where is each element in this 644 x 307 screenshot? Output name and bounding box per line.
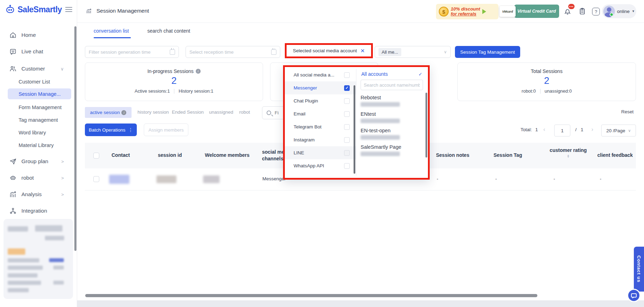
sidebar-item-form-management[interactable]: Form Management [0,102,74,113]
sidebar-item-robot[interactable]: robot > [0,173,74,183]
account-item-en-test-open[interactable]: EN-test-open [361,128,423,140]
checkbox[interactable] [344,111,350,117]
calendar-icon [170,49,175,55]
account-name: EN-test-open [361,128,423,133]
row-checkbox[interactable] [93,176,99,182]
session-tag-management-button[interactable]: Session Tag Management [455,46,520,58]
batch-operations-button[interactable]: Batch Operations ⋮ [85,124,137,136]
checkbox[interactable] [344,72,350,78]
online-status-label: online [617,9,630,14]
customer-icon [9,65,17,73]
sidebar-item-analysis[interactable]: Analysis > [0,189,74,200]
tab-robot[interactable]: robot [239,109,250,115]
referral-promo-banner[interactable]: $ 10% discount for referrals [436,4,498,19]
sidebar-subitem-label: Tag management [19,117,58,123]
sidebar-item-session-management[interactable]: Session Manage... [8,88,71,99]
sidebar-item-home[interactable]: Home [0,30,74,40]
sidebar-scrollbar[interactable] [74,26,76,251]
redacted-session-id [156,175,176,183]
tab-history-session[interactable]: history session [137,109,169,115]
horizontal-scrollbar[interactable] [85,294,537,297]
tab-unassigned[interactable]: unassigned [209,109,233,115]
calendar-icon [271,49,276,55]
account-item-salesmartly-page[interactable]: SaleSmartly Page [361,144,423,156]
account-list-scrollbar[interactable] [425,93,427,158]
channel-label: Email [294,111,341,116]
redacted-account-id [361,152,400,156]
pagination-next-icon[interactable]: › [591,126,593,133]
check-icon: ✓ [418,72,422,77]
tab-active-session[interactable]: active session i [85,107,132,118]
pagination-prev-icon[interactable]: ‹ [543,126,545,133]
robot-icon [9,174,17,182]
channel-item-email[interactable]: Email [285,107,356,120]
checkbox[interactable] [344,150,350,156]
help-icon[interactable]: ? [592,8,600,15]
sidebar-item-group-plan[interactable]: Group plan > [0,156,74,167]
contact-us-chat-icon[interactable] [627,289,640,302]
sidebar-collapse-icon[interactable] [65,6,72,11]
divider [174,89,174,94]
tab-search-chat-content[interactable]: search chat content [147,28,190,34]
account-name: ENtest [361,111,423,117]
channel-label: WhatsApp API [294,163,341,168]
sidebar-item-word-library[interactable]: Word library [0,127,74,138]
pagination-current-page[interactable]: 1 [554,125,570,136]
pagination-total: Total: 1 [521,127,538,132]
channel-item-all[interactable]: All social media a... [285,68,356,81]
logo-text: SaleSmartly [18,5,62,14]
info-icon[interactable]: i [196,69,201,74]
salesmartly-robot-logo-icon [5,4,15,15]
checkbox[interactable] [344,137,350,143]
channel-list-scrollbar[interactable] [354,85,355,174]
reception-time-input[interactable] [189,49,268,55]
logo[interactable]: SaleSmartly [5,4,62,15]
channel-item-instagram[interactable]: Instagram [285,133,356,146]
account-item-entest[interactable]: ENtest [361,111,423,123]
sidebar-item-integration[interactable]: Integration [0,206,74,216]
tab-conversation-list[interactable]: conversation list [94,28,129,34]
virtual-credit-card-button[interactable]: Virtual Credit Card [514,5,559,18]
channel-item-whatsapp-api[interactable]: WhatsApp API [285,159,356,172]
account-search-input[interactable] [361,80,423,90]
close-icon[interactable]: ✕ [360,48,365,54]
page-title: Session Management [86,8,149,14]
checkbox[interactable] [344,163,350,169]
sidebar-item-customer-list[interactable]: Customer List [0,76,74,87]
col-customer-rating[interactable]: customer rating ▲▼ [549,147,588,158]
user-menu[interactable]: online ▼ [602,4,636,18]
contact-us-button[interactable]: Contact us [634,247,644,292]
checkbox[interactable] [344,124,350,130]
select-all-checkbox[interactable] [93,153,99,159]
sidebar-item-live-chat[interactable]: Live chat [0,46,74,57]
channel-item-chat-plugin[interactable]: Chat Plugin [285,94,356,107]
sidebar: SaleSmartly Home Live chat Customer ∨ Cu… [0,0,77,307]
member-filter-select[interactable]: All me... ∨ [375,46,451,58]
pagination-separator: / 1 [575,127,583,132]
sidebar-item-tag-management[interactable]: Tag management [0,114,74,125]
sidebar-item-customer[interactable]: Customer ∨ [0,64,74,74]
selected-social-media-chip[interactable]: Selected social media account [293,48,357,53]
tab-ended-session[interactable]: Ended Session [172,109,204,115]
channel-item-telegram-bot[interactable]: Telegram Bot [285,120,356,133]
sort-icon[interactable]: ▲▼ [549,154,588,158]
session-management-icon [86,8,94,14]
channel-label: Messenger [294,85,341,91]
channel-item-messenger[interactable]: Messenger [285,81,356,94]
robot-count: robot:0 [522,88,536,94]
checkbox[interactable] [344,98,350,104]
generation-time-input[interactable] [89,49,167,55]
account-item-rebotest[interactable]: Rebotest [361,95,423,107]
all-accounts-label: All accounts [361,71,388,77]
reset-button[interactable]: Reset [621,109,633,114]
page-size-select[interactable]: 20 /Page ∨ [601,125,636,136]
live-chat-icon [9,48,17,55]
clipboard-icon[interactable] [578,7,586,15]
all-accounts-option[interactable]: All accounts ✓ [361,71,423,80]
channel-item-line[interactable]: LINE [285,146,356,159]
assign-members-button[interactable]: Assign members [144,124,188,136]
sidebar-item-material-library[interactable]: Material Library [0,140,74,151]
channel-label: All social media a... [294,72,341,78]
redacted-account-id [361,102,400,107]
checkbox-checked[interactable] [344,85,350,91]
